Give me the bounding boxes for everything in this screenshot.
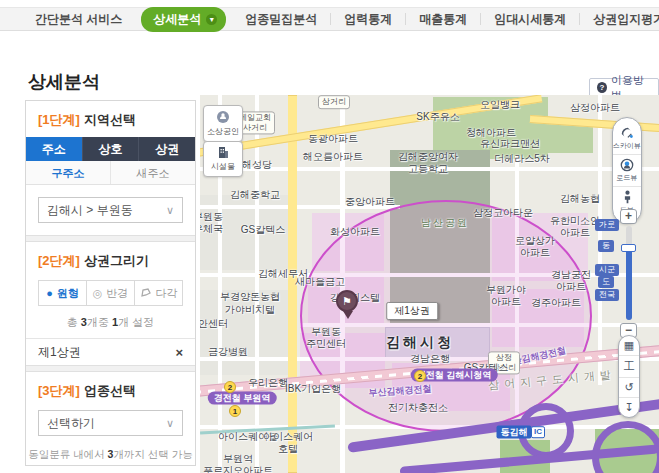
- map-label: 김해농협: [560, 193, 600, 205]
- satellite-dish-icon: [620, 126, 634, 140]
- map-label: 해오름아파트: [303, 151, 363, 163]
- skyview-button[interactable]: 스카이뷰: [613, 123, 641, 154]
- map-label: 유신파크맨션: [480, 138, 540, 150]
- zoom-level-city[interactable]: 시군: [595, 264, 619, 276]
- shape-radius-label: 반경: [106, 286, 128, 301]
- map-label: 삼정코아타운: [473, 207, 533, 219]
- tab-trade-area[interactable]: 상권: [138, 137, 195, 161]
- zoom-slider-handle[interactable]: [621, 244, 636, 252]
- map-label: 김해중학교: [230, 189, 280, 201]
- page-title: 상세분석: [28, 70, 100, 94]
- map-label: 가야비치텔: [225, 304, 275, 316]
- step2-header: [2단계]상권그리기: [26, 242, 195, 278]
- route-number-badge: 1: [229, 405, 241, 417]
- subtab-old-address[interactable]: 구주소: [26, 161, 110, 184]
- trade-area-tag[interactable]: 제1상권: [386, 302, 438, 320]
- map-label: 경남궁전 아파트: [551, 269, 591, 293]
- shape-count-note: 총 3개중 1개 설정: [26, 315, 195, 330]
- zoom-level-nation[interactable]: 전국: [595, 289, 619, 301]
- region-select[interactable]: 김해시 > 부원동 ∨: [38, 197, 183, 223]
- station-badge: 경전철 부원역: [208, 392, 277, 405]
- map-label: 중앙아파트: [345, 196, 395, 208]
- map-label: 김해중앙여자 고등학교: [398, 151, 458, 175]
- map-label: 화성아파트: [330, 226, 380, 238]
- skyview-label: 스카이뷰: [613, 141, 641, 151]
- top-nav: 간단분석 서비스 상세분석 ▾ 업종밀집분석 업력통계 매출통계 임대시세통계 …: [0, 7, 659, 31]
- roadview-button[interactable]: 로드뷰: [613, 154, 641, 186]
- road: [255, 95, 259, 473]
- map-label: 금강병원: [208, 346, 248, 358]
- save-print-icon[interactable]: ↧: [619, 397, 639, 417]
- zoom-level-dong[interactable]: 동: [598, 240, 614, 252]
- shape-circle-button[interactable]: ● 원형: [39, 281, 86, 305]
- map-label: 아이스퀘어 호텔: [263, 431, 313, 455]
- zoom-level-province[interactable]: 도: [598, 276, 614, 288]
- nav-item-rent-stats[interactable]: 임대시세통계: [480, 13, 579, 25]
- map-label: 부원가야 아파트: [486, 284, 526, 308]
- roadview-icon: [620, 158, 634, 172]
- flag-icon: ⚑: [342, 295, 352, 307]
- step3-badge: [3단계]: [38, 383, 80, 398]
- region-tabs: 주소 상호 상권: [26, 137, 195, 161]
- map-label: SK주유소: [416, 111, 459, 123]
- question-icon: ?: [597, 82, 607, 93]
- trade-area-name: 제1상권: [38, 344, 81, 361]
- step2-badge: [2단계]: [38, 253, 80, 268]
- cadastral-map-icon[interactable]: ▦: [619, 336, 639, 355]
- step1-header: [1단계]지역선택: [26, 101, 195, 137]
- region-select-value: 김해시 > 부원동: [47, 202, 133, 219]
- map-view-controls: 스카이뷰 로드뷰 도보: [612, 117, 642, 224]
- map-label: 부원동 주민센터: [306, 326, 346, 350]
- undo-icon[interactable]: ↺: [619, 377, 639, 397]
- map-label: IBK기업은행: [285, 383, 341, 395]
- note-suffix: 개까지 선택 가능: [113, 448, 192, 460]
- map-label: 경주아파트: [531, 297, 581, 309]
- tab-store-name[interactable]: 상호: [82, 137, 139, 161]
- step3-title: 업종선택: [84, 383, 136, 398]
- toggle-label: 소상공인: [207, 126, 239, 137]
- map-label: 전기차충전소: [388, 402, 448, 414]
- step3-header: [3단계]업종선택: [26, 372, 195, 408]
- map-label: 유한미소안 아파트: [550, 215, 600, 239]
- map-label: 로얄상가 아파트: [515, 235, 555, 259]
- zoom-in-button[interactable]: +: [620, 209, 637, 224]
- person-icon: [621, 190, 634, 204]
- map-label: 부원동 우체국: [200, 211, 223, 235]
- panel-divider: [26, 235, 195, 242]
- map-marker-pin[interactable]: ⚑: [336, 290, 358, 312]
- measure-distance-icon[interactable]: 工: [619, 355, 639, 377]
- chevron-down-icon: ∨: [166, 204, 174, 217]
- nav-item-density-analysis[interactable]: 업종밀집분석: [232, 13, 330, 25]
- address-subtabs: 구주소 새주소: [26, 161, 195, 185]
- facilities-layer-button[interactable]: 시설물: [203, 141, 243, 177]
- step1-badge: [1단계]: [38, 112, 80, 127]
- analysis-panel: [1단계]지역선택 주소 상호 상권 구주소 새주소 김해시 > 부원동 ∨ […: [25, 100, 196, 466]
- tab-address[interactable]: 주소: [26, 137, 82, 161]
- nav-item-location-rating[interactable]: 상권입지평가: [579, 13, 659, 25]
- small-business-layer-button[interactable]: 소상공인: [203, 105, 243, 142]
- shape-polygon-button[interactable]: 다각: [134, 281, 182, 305]
- nav-item-detail-analysis-active[interactable]: 상세분석 ▾: [141, 7, 226, 32]
- step1-title: 지역선택: [84, 112, 136, 127]
- nav-item-sales-stats[interactable]: 매출통계: [405, 13, 480, 25]
- park-area: [545, 123, 593, 153]
- map-label: 더헤라스5차: [494, 153, 550, 165]
- industry-select[interactable]: 선택하기 ∨: [38, 410, 183, 436]
- zoom-level-street[interactable]: 가로: [595, 219, 619, 231]
- map-canvas[interactable]: 제일교회 사거리 동광아파트 해오름아파트 김해성당 김해중앙여자 고등학교 김…: [200, 95, 659, 473]
- step2-title: 상권그리기: [84, 253, 149, 268]
- roadview-label: 로드뷰: [617, 173, 638, 183]
- remove-area-icon[interactable]: ×: [175, 345, 183, 360]
- shape-radius-button[interactable]: ◎ 반경: [86, 281, 134, 305]
- chevron-down-icon: ∨: [166, 417, 174, 430]
- nav-item-simple-analysis[interactable]: 간단분석 서비스: [22, 13, 135, 25]
- map-label: 오일뱅크: [480, 99, 520, 111]
- nav-item-business-history-stats[interactable]: 업력통계: [330, 13, 405, 25]
- subtab-new-address[interactable]: 새주소: [110, 161, 195, 184]
- toggle-label: 시설물: [211, 161, 235, 172]
- page: 간단분석 서비스 상세분석 ▾ 업종밀집분석 업력통계 매출통계 임대시세통계 …: [0, 0, 659, 473]
- zoom-slider-track[interactable]: [626, 226, 632, 320]
- route-number-badge: 2: [414, 370, 426, 382]
- map-label: 삼거리: [318, 95, 350, 109]
- map-label: 경남은행: [410, 353, 450, 365]
